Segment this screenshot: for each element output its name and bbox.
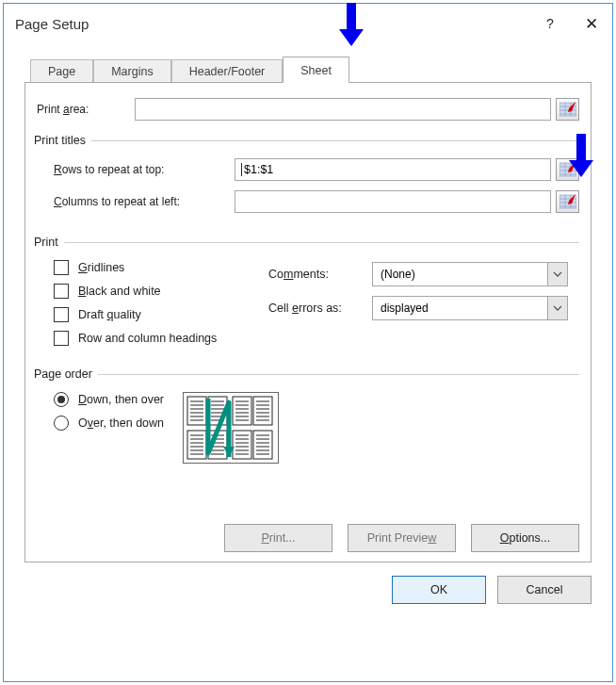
over-then-down-radio[interactable]: Over, then down xyxy=(54,416,164,431)
window-title: Page Setup xyxy=(15,16,89,32)
svg-marker-1 xyxy=(569,134,593,177)
print-legend: Print xyxy=(34,236,64,249)
checkbox-icon xyxy=(54,284,69,299)
cell-errors-label: Cell errors as: xyxy=(268,302,372,315)
print-area-row: Print area: xyxy=(37,98,579,121)
rows-repeat-input[interactable]: $1:$1 xyxy=(235,158,551,181)
cancel-button[interactable]: Cancel xyxy=(497,576,592,604)
cell-errors-select[interactable]: displayed xyxy=(372,296,568,320)
print-button[interactable]: Print... xyxy=(224,524,332,552)
sheet-tab-panel: Print area: Print titles xyxy=(24,82,592,563)
headings-checkbox[interactable]: Row and column headings xyxy=(54,331,268,346)
print-area-selector-button[interactable] xyxy=(556,98,579,121)
down-label: Down, then over xyxy=(78,393,164,406)
dialog-action-buttons: Print... Print Preview Options... xyxy=(37,524,579,552)
dialog-footer: OK Cancel xyxy=(4,563,612,617)
tabstrip: Page Margins Header/Footer Sheet xyxy=(30,57,592,82)
print-area-input[interactable] xyxy=(135,98,551,121)
options-button[interactable]: Options... xyxy=(471,524,579,552)
print-group: Print Gridlines Black and white xyxy=(37,236,579,354)
checkbox-icon xyxy=(54,260,69,275)
cols-repeat-selector-button[interactable] xyxy=(556,190,579,213)
checkbox-icon xyxy=(54,331,69,346)
chevron-down-icon xyxy=(547,297,567,319)
ok-button[interactable]: OK xyxy=(392,576,486,604)
print-titles-legend: Print titles xyxy=(34,134,91,147)
comments-value: (None) xyxy=(381,268,415,281)
comments-select[interactable]: (None) xyxy=(372,262,568,286)
radio-icon xyxy=(54,392,69,407)
page-order-graphic xyxy=(183,392,279,464)
radio-icon xyxy=(54,416,69,431)
print-preview-button[interactable]: Print Preview xyxy=(348,524,456,552)
black-and-white-checkbox[interactable]: Black and white xyxy=(54,284,268,299)
cols-repeat-row: Columns to repeat at left: xyxy=(37,190,579,213)
checkbox-icon xyxy=(54,307,69,322)
annotation-arrow-side xyxy=(567,134,595,179)
annotation-arrow-top xyxy=(337,3,365,48)
draft-label: Draft quality xyxy=(78,308,141,321)
comments-label: Comments: xyxy=(268,268,372,281)
close-button[interactable]: ✕ xyxy=(571,4,612,43)
print-area-label: Print area: xyxy=(37,103,135,116)
titlebar: Page Setup ? ✕ xyxy=(4,4,612,43)
page-order-group: Page order Down, then over Over, then do… xyxy=(37,367,579,464)
cols-repeat-input[interactable] xyxy=(235,190,551,213)
page-order-legend: Page order xyxy=(34,367,98,381)
range-selector-icon xyxy=(559,193,576,210)
draft-quality-checkbox[interactable]: Draft quality xyxy=(54,307,268,322)
bw-label: Black and white xyxy=(78,285,161,298)
gridlines-label: Gridlines xyxy=(78,261,124,274)
cols-repeat-label: Columns to repeat at left: xyxy=(54,195,235,208)
help-button[interactable]: ? xyxy=(529,4,571,43)
print-titles-group: Print titles Rows to repeat at top: $1:$… xyxy=(37,134,579,222)
cell-errors-value: displayed xyxy=(381,302,429,315)
svg-marker-0 xyxy=(339,3,364,46)
chevron-down-icon xyxy=(547,263,567,285)
headings-label: Row and column headings xyxy=(78,332,217,345)
tab-page[interactable]: Page xyxy=(30,59,93,83)
dialog-content: Page Margins Header/Footer Sheet Print a… xyxy=(4,43,612,563)
tab-header-footer[interactable]: Header/Footer xyxy=(171,59,284,83)
page-setup-dialog: Page Setup ? ✕ Page Margins Header/Foote… xyxy=(3,3,613,682)
tab-sheet[interactable]: Sheet xyxy=(283,57,349,83)
down-then-over-radio[interactable]: Down, then over xyxy=(54,392,164,407)
comments-row: Comments: (None) xyxy=(268,262,579,286)
gridlines-checkbox[interactable]: Gridlines xyxy=(54,260,268,275)
over-label: Over, then down xyxy=(78,416,164,430)
rows-repeat-row: Rows to repeat at top: $1:$1 xyxy=(37,158,579,181)
range-selector-icon xyxy=(559,101,576,118)
cell-errors-row: Cell errors as: displayed xyxy=(268,296,579,320)
rows-repeat-label: Rows to repeat at top: xyxy=(54,163,235,176)
tab-margins[interactable]: Margins xyxy=(93,59,170,83)
